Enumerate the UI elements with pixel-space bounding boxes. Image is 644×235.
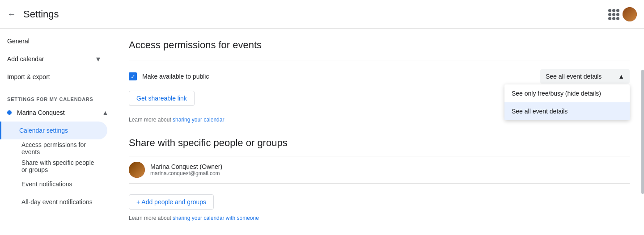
- person-avatar: [129, 162, 145, 178]
- dropdown-option-freebusy[interactable]: See only free/busy (hide details): [504, 84, 630, 102]
- app-bar-left: ← Settings: [7, 8, 59, 20]
- sidebar-item-event-notifications[interactable]: Event notifications: [0, 175, 107, 193]
- help-text-2: Learn more about sharing your calendar w…: [129, 215, 630, 221]
- sidebar: General Add calendar ▾ Import & export S…: [0, 29, 114, 235]
- make-available-row: ✓ Make available to public See all event…: [129, 69, 630, 84]
- person-row: Marina Conquest (Owner) marina.conquest@…: [129, 156, 630, 184]
- event-detail-dropdown[interactable]: See all event details ▲ See only free/bu…: [540, 69, 630, 84]
- dropdown-current-value: See all event details: [546, 73, 602, 80]
- person-email: marina.conquest@gmail.com: [150, 170, 630, 176]
- sharing-with-someone-link[interactable]: sharing your calendar with someone: [173, 215, 259, 221]
- dropdown-option-alldetails[interactable]: See all event details: [504, 102, 630, 120]
- scrollbar-track[interactable]: [640, 29, 644, 235]
- sidebar-item-general[interactable]: General: [0, 32, 107, 50]
- chevron-down-icon: ▾: [96, 54, 100, 64]
- calendar-color-dot: [7, 110, 12, 115]
- person-name: Marina Conquest (Owner): [150, 163, 630, 170]
- dropdown-toggle[interactable]: See all event details ▲: [540, 69, 630, 84]
- make-available-label: Make available to public: [142, 73, 209, 80]
- main-content: Access permissions for events ✓ Make ava…: [114, 29, 644, 235]
- my-calendars-section-label: Settings for my calendars: [0, 89, 114, 104]
- person-info: Marina Conquest (Owner) marina.conquest@…: [150, 163, 630, 176]
- sidebar-item-share-people[interactable]: Share with specific people or groups: [0, 157, 107, 175]
- sidebar-item-access-permissions[interactable]: Access permissions for events: [0, 139, 107, 157]
- app-title: Settings: [23, 8, 59, 20]
- dropdown-arrow-icon: ▲: [618, 73, 624, 80]
- checkmark-icon: ✓: [131, 74, 136, 80]
- access-section-title: Access permissions for events: [129, 39, 630, 51]
- sidebar-item-add-calendar[interactable]: Add calendar ▾: [0, 50, 107, 68]
- get-shareable-link-button[interactable]: Get shareable link: [129, 91, 195, 106]
- app-bar-right: [608, 7, 637, 21]
- divider-1: [129, 60, 630, 60]
- dropdown-menu: See only free/busy (hide details) See al…: [504, 84, 630, 120]
- sharing-calendar-link[interactable]: sharing your calendar: [173, 117, 224, 123]
- share-section-title: Share with specific people or groups: [129, 137, 630, 149]
- avatar[interactable]: [623, 7, 637, 21]
- access-permissions-section: Access permissions for events ✓ Make ava…: [129, 39, 630, 123]
- sidebar-item-marina-conquest[interactable]: Marina Conquest ▴: [0, 104, 114, 122]
- sidebar-item-import-export[interactable]: Import & export: [0, 68, 107, 86]
- make-available-checkbox[interactable]: ✓: [129, 72, 137, 80]
- scrollbar-thumb[interactable]: [641, 70, 644, 193]
- apps-icon[interactable]: [608, 9, 619, 20]
- share-section: Share with specific people or groups Mar…: [129, 137, 630, 221]
- sidebar-item-calendar-settings[interactable]: Calendar settings: [0, 122, 107, 139]
- chevron-up-icon: ▴: [103, 108, 107, 118]
- app-bar: ← Settings: [0, 0, 644, 29]
- add-people-button[interactable]: + Add people and groups: [129, 194, 214, 210]
- back-button[interactable]: ←: [7, 9, 16, 19]
- sidebar-item-allday-notifications[interactable]: All-day event notifications: [0, 193, 107, 211]
